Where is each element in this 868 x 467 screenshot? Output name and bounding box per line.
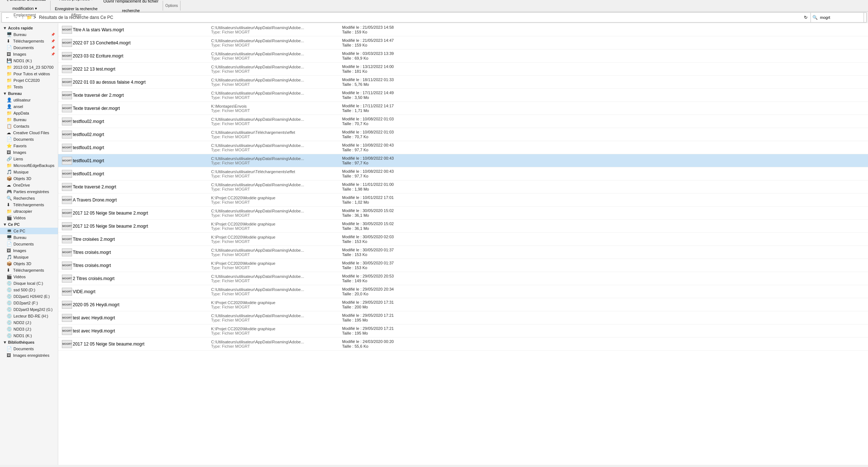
file-meta-24: Modifié le : 29/05/2020 17:21 Taille : 1…: [342, 326, 865, 335]
sidebar-item-projet-cc2020[interactable]: 📁 Projet CC2020: [0, 77, 58, 84]
docs-icon2: 📄: [7, 137, 12, 142]
sidebar-item-cepc-bureau[interactable]: 🖥️ Bureau: [0, 234, 58, 241]
sidebar-item-cepc-images[interactable]: 🖼 Images: [0, 247, 58, 254]
address-right-controls: ↻ 🔍: [802, 12, 864, 23]
sidebar-item-documents-sub[interactable]: 📄 Documents: [0, 136, 58, 143]
file-icon-17: MOGRT: [61, 235, 73, 243]
sidebar-item-images-rapide[interactable]: 🖼 Images 📌: [0, 51, 58, 57]
sidebar-item-disque-c[interactable]: 💿 Disque local (C:): [0, 280, 58, 287]
sidebar-item-ndd3j[interactable]: 💿 NDD3 (J:): [0, 326, 58, 332]
sidebar-item-tests[interactable]: 📁 Tests: [0, 84, 58, 90]
sidebar-item-objets3d[interactable]: 📦 Objets 3D: [0, 175, 58, 182]
refresh-button[interactable]: ↻: [802, 14, 809, 21]
sidebar-item-ultracopier[interactable]: 📁 ultracopier: [0, 208, 58, 215]
sidebar-item-cepc-objets3d[interactable]: 📦 Objets 3D: [0, 260, 58, 267]
sidebar-item-appdata[interactable]: 📁 AppData: [0, 110, 58, 116]
file-row-6[interactable]: MOGRT Texte traversé der 2.mogrt C:\Util…: [58, 89, 868, 102]
file-row-11[interactable]: MOGRT testflou01.mogrt C:\Utilisateurs\u…: [58, 154, 868, 167]
sidebar-item-lecteur-bd[interactable]: 💿 Lecteur BD-RE (H:): [0, 313, 58, 319]
file-row-12[interactable]: MOGRT testflou01.mogrt C:\Utilisateurs\u…: [58, 167, 868, 180]
file-path-20: C:\Utilisateurs\utilisateur\AppData\Roam…: [211, 274, 342, 283]
sidebar-item-cepc-telechargements[interactable]: ⬇ Téléchargements: [0, 267, 58, 274]
file-row-23[interactable]: MOGRT test avec Heydi.mogrt C:\Utilisate…: [58, 311, 868, 324]
file-row-4[interactable]: MOGRT 2022 12 13 test.mogrt C:\Utilisate…: [58, 63, 868, 76]
sidebar-item-creative-cloud[interactable]: ☁ Creative Cloud Files: [0, 129, 58, 136]
file-row-3[interactable]: MOGRT 2023 03 02 Ecriture.mogrt C:\Utili…: [58, 49, 868, 63]
sidebar-item-cepc-musique[interactable]: 🎵 Musique: [0, 254, 58, 260]
ouvrir-emplacement-button[interactable]: Ouvrir l'emplacement du fichier: [101, 0, 160, 6]
autres-proprietes-button[interactable]: Autres propriétés ▾: [57, 0, 95, 4]
sidebar-item-utilisateur[interactable]: 👤 utilisateur: [0, 97, 58, 103]
file-name-18: Titres croisés.mogrt: [73, 250, 211, 255]
breadcrumb-icon: 📁: [27, 15, 32, 20]
sidebar-item-videos[interactable]: 🎬 Vidéos: [0, 215, 58, 221]
file-row-22[interactable]: MOGRT 2020 05 26 Heydi.mogrt K:\Projet C…: [58, 298, 868, 311]
file-row-13[interactable]: MOGRT Texte traversé 2.mogrt C:\Utilisat…: [58, 180, 868, 193]
sidebar-item-dd2part3[interactable]: 💿 DD2part3 Mpeg2#2 (G:): [0, 306, 58, 313]
sidebar-item-liens[interactable]: 🔗 Liens: [0, 156, 58, 162]
sidebar-item-cepc[interactable]: 💻 Ce PC: [0, 228, 58, 234]
search-input[interactable]: [819, 13, 862, 21]
sidebar-item-ms-edge[interactable]: 📁 MicrosoftEdgeBackups: [0, 162, 58, 169]
sidebar-item-ssd500[interactable]: 💿 ssd 500 (D:): [0, 287, 58, 293]
chercher-nouveau-button[interactable]: 🔍 Chercher à nouveau: [1, 0, 48, 4]
sidebar-item-bib-documents[interactable]: 📄 Documents: [0, 346, 58, 352]
modification-button[interactable]: modification ▾: [10, 4, 39, 13]
sidebar-item-recherches[interactable]: 🔍 Recherches: [0, 195, 58, 201]
file-row-16[interactable]: MOGRT 2017 12 05 Neige Ste beaume 2.mogr…: [58, 220, 868, 233]
mogrt-icon-18: MOGRT: [62, 248, 72, 256]
sidebar-item-images-sub[interactable]: 🖼 Images: [0, 149, 58, 156]
file-modified-6: Modifié le : 17/11/2022 14:49: [342, 91, 865, 95]
sidebar-item-bureau-rapide[interactable]: 🖥️ Bureau 📌: [0, 31, 58, 38]
sidebar-item-bib-images[interactable]: 🖼 Images enregistrées: [0, 352, 58, 359]
file-row-19[interactable]: MOGRT Titres croisés.mogrt K:\Projet CC2…: [58, 259, 868, 272]
file-row-20[interactable]: MOGRT 2 Titres croisés.mogrt C:\Utilisat…: [58, 272, 868, 285]
enregistrer-recherche-button[interactable]: Enregistrer la recherche: [53, 4, 100, 13]
sidebar-item-dd2part2[interactable]: 💿 DD2part2 (F:): [0, 300, 58, 306]
back-button[interactable]: ←: [4, 14, 11, 21]
file-row-8[interactable]: MOGRT testflou02.mogrt C:\Utilisateurs\u…: [58, 115, 868, 128]
recherche-button[interactable]: recherche: [120, 6, 142, 15]
mogrt-icon-1: MOGRT: [62, 26, 72, 34]
file-modified-7: Modifié le : 17/11/2022 14:17: [342, 104, 865, 108]
sidebar-item-ndd2j[interactable]: 💿 NDD2 (J:): [0, 319, 58, 326]
file-row-14[interactable]: MOGRT A Travers Drone.mogrt K:\Projet CC…: [58, 193, 868, 207]
sidebar-item-favoris[interactable]: ⭐ Favoris: [0, 143, 58, 149]
file-name-21: VIDE.mogrt: [73, 289, 211, 294]
sidebar-item-sd700[interactable]: 📁 2013 03 14_23 SD700: [0, 64, 58, 71]
sidebar-item-telechargements-sub[interactable]: ⬇ Téléchargements: [0, 201, 58, 208]
file-row-15[interactable]: MOGRT 2017 12 05 Neige Ste beaume 2.mogr…: [58, 207, 868, 220]
sidebar-item-ndd1k[interactable]: 💾 NDD1 (K:): [0, 57, 58, 64]
sidebar-item-contacts[interactable]: 📋 Contacts: [0, 123, 58, 129]
file-row-25[interactable]: MOGRT 2017 12 05 Neige Ste beaume.mogrt …: [58, 338, 868, 351]
sidebar-item-musique[interactable]: 🎵 Musique: [0, 169, 58, 175]
file-row-18[interactable]: MOGRT Titres croisés.mogrt C:\Utilisateu…: [58, 246, 868, 259]
sidebar-item-cepc-videos[interactable]: 🎬 Vidéos: [0, 274, 58, 280]
sidebar-item-dd2part1[interactable]: 💿 DD2part1 H264#2 (E:): [0, 293, 58, 300]
file-row-21[interactable]: MOGRT VIDE.mogrt C:\Utilisateurs\utilisa…: [58, 285, 868, 298]
file-row-10[interactable]: MOGRT testflou01.mogrt C:\Utilisateurs\u…: [58, 141, 868, 154]
sidebar-item-ndd1k2[interactable]: 💿 NDD1 (K:): [0, 332, 58, 339]
sidebar-item-pour-tutos[interactable]: 📁 Pour Tutos et vidéos: [0, 71, 58, 77]
file-meta-25: Modifié le : 24/03/2020 00:20 Taille : 5…: [342, 339, 865, 348]
file-row-7[interactable]: MOGRT Texte traversé der.mogrt K:\Montag…: [58, 102, 868, 115]
file-icon-10: MOGRT: [61, 144, 73, 152]
sidebar-item-ansel[interactable]: 👤 ansel: [0, 103, 58, 110]
sidebar-item-onedrive[interactable]: ☁ OneDrive: [0, 182, 58, 188]
sidebar-item-telechargements-rapide[interactable]: ⬇ Téléchargements 📌: [0, 38, 58, 44]
file-name-8: testflou02.mogrt: [73, 119, 211, 124]
mogrt-icon-4: MOGRT: [62, 65, 72, 73]
file-row-5[interactable]: MOGRT 2022 01 03 au dessus falaise 4.mog…: [58, 76, 868, 89]
file-row-24[interactable]: MOGRT test avec Heydi.mogrt K:\Projet CC…: [58, 324, 868, 338]
toolbar-group-options-label: Options: [165, 4, 178, 8]
sidebar-item-documents-rapide[interactable]: 📄 Documents 📌: [0, 44, 58, 51]
sidebar-item-bureau-sub[interactable]: 📁 Bureau: [0, 116, 58, 123]
sidebar-item-parties[interactable]: 🎮 Parties enregistrées: [0, 188, 58, 195]
sidebar-item-cepc-documents[interactable]: 📄 Documents: [0, 241, 58, 247]
up-button[interactable]: ↑: [20, 14, 25, 21]
file-row-9[interactable]: MOGRT testflou02.mogrt C:\Utilisateurs\u…: [58, 128, 868, 141]
file-row-1[interactable]: MOGRT Titre A la stars Wars.mogrt C:\Uti…: [58, 23, 868, 36]
file-row-17[interactable]: MOGRT Titre croisées 2.mogrt K:\Projet C…: [58, 233, 868, 246]
forward-button[interactable]: →: [12, 14, 19, 21]
file-row-2[interactable]: MOGRT 2022 07 13 Conchette4.mogrt C:\Uti…: [58, 36, 868, 49]
